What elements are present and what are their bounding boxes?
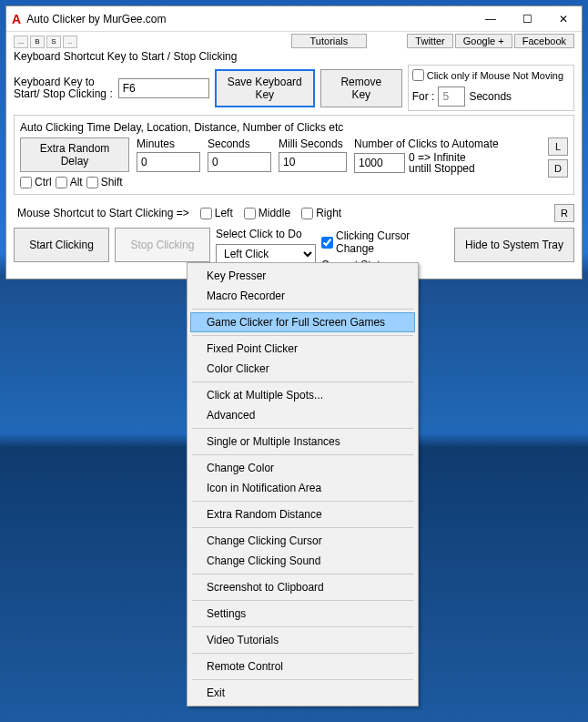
shortcut-label: Keyboard Key to Start/ Stop Clicking : <box>14 76 113 100</box>
menu-item[interactable]: Change Clicking Sound <box>190 551 415 571</box>
l-button[interactable]: L <box>548 137 568 156</box>
menu-item[interactable]: Advanced <box>190 405 415 425</box>
select-click-dropdown[interactable]: Left Click <box>216 244 316 264</box>
mouse-left-checkbox[interactable]: Left <box>200 207 233 219</box>
seconds-col-label: Seconds <box>208 137 271 150</box>
mouse-right-checkbox[interactable]: Right <box>301 207 341 219</box>
remove-key-button[interactable]: Remove Key <box>320 69 402 107</box>
minutes-label: Minutes <box>137 137 200 150</box>
seconds-label: Seconds <box>469 90 512 103</box>
menu-item[interactable]: Color Clicker <box>190 359 415 379</box>
d-button[interactable]: D <box>548 159 568 178</box>
menu-item[interactable]: Key Presser <box>190 266 415 286</box>
menu-item[interactable]: Settings <box>190 604 415 624</box>
menu-item[interactable]: Game Clicker for Full Screen Games <box>190 312 415 332</box>
close-button[interactable]: ✕ <box>545 8 582 30</box>
timing-heading: Auto Clicking Time Delay, Location, Dist… <box>20 121 568 134</box>
context-menu: Key PresserMacro RecorderGame Clicker fo… <box>187 262 419 707</box>
shortcut-label-line2: Start/ Stop Clicking : <box>14 88 113 100</box>
top-link-bar: Tutorials Twitter Google + Facebook <box>291 34 574 48</box>
menu-separator <box>192 335 413 336</box>
shift-checkbox[interactable]: Shift <box>86 176 123 188</box>
click-only-if-panel: Click only if Mouse Not Moving For : Sec… <box>408 65 574 111</box>
clicks-hint: 0 => Infinite untill Stopped <box>409 152 475 174</box>
menu-separator <box>192 600 413 601</box>
for-seconds-input <box>438 86 465 107</box>
app-window: A Auto Clicker by MurGee.com — ☐ ✕ Tutor… <box>5 5 583 280</box>
mouse-middle-checkbox[interactable]: Middle <box>244 207 290 219</box>
alt-label: Alt <box>70 176 83 188</box>
maximize-button[interactable]: ☐ <box>509 8 545 30</box>
cursor-change-checkbox[interactable]: Clicking Cursor Change <box>321 229 449 255</box>
click-only-if-label: Click only if Mouse Not Moving <box>427 70 563 81</box>
menu-item[interactable]: Remote Control <box>190 656 415 676</box>
app-icon: A <box>12 12 21 26</box>
shortcut-key-input[interactable] <box>118 78 209 98</box>
ctrl-checkbox[interactable]: Ctrl <box>20 176 52 188</box>
facebook-button[interactable]: Facebook <box>514 34 574 48</box>
r-button[interactable]: R <box>554 204 574 222</box>
shortcut-label-line1: Keyboard Key to <box>14 76 113 88</box>
clicks-label: Number of Clicks to Automate <box>354 137 541 150</box>
menu-separator <box>192 309 413 310</box>
menu-separator <box>192 501 413 502</box>
menu-item[interactable]: Fixed Point Clicker <box>190 339 415 359</box>
menu-separator <box>192 454 413 455</box>
menu-item[interactable]: Screenshot to Clipboard <box>190 577 415 597</box>
tiny-btn-4[interactable]: .. <box>63 36 77 48</box>
menu-item[interactable]: Change Clicking Cursor <box>190 531 415 551</box>
window-title: Auto Clicker by MurGee.com <box>26 13 472 25</box>
mouse-shortcut-label: Mouse Shortcut to Start Clicking => <box>17 207 189 219</box>
menu-item[interactable]: Exit <box>190 683 415 703</box>
select-click-label: Select Click to Do <box>216 228 316 240</box>
tiny-btn-2[interactable]: B <box>30 36 45 48</box>
menu-separator <box>192 653 413 654</box>
hide-to-tray-button[interactable]: Hide to System Tray <box>454 228 574 262</box>
menu-separator <box>192 626 413 627</box>
click-only-if-checkbox[interactable]: Click only if Mouse Not Moving <box>412 69 563 81</box>
menu-separator <box>192 574 413 575</box>
mouse-right-label: Right <box>316 207 341 219</box>
titlebar: A Auto Clicker by MurGee.com — ☐ ✕ <box>6 6 582 32</box>
tiny-btn-1[interactable]: ... <box>14 36 28 48</box>
save-keyboard-key-button[interactable]: Save Keyboard Key <box>215 69 315 107</box>
mouse-shortcut-row: Mouse Shortcut to Start Clicking => Left… <box>17 204 574 222</box>
menu-item[interactable]: Single or Multiple Instances <box>190 432 415 452</box>
menu-item[interactable]: Video Tutorials <box>190 630 415 650</box>
shortcut-row: Keyboard Key to Start/ Stop Clicking : S… <box>14 65 574 111</box>
clicks-input[interactable] <box>354 153 405 173</box>
menu-item[interactable]: Icon in Notification Area <box>190 478 415 498</box>
menu-item[interactable]: Click at Multiple Spots... <box>190 385 415 405</box>
shift-label: Shift <box>101 176 123 188</box>
twitter-button[interactable]: Twitter <box>407 34 452 48</box>
ctrl-label: Ctrl <box>35 176 52 188</box>
menu-item[interactable]: Extra Random Distance <box>190 504 415 524</box>
tutorials-button[interactable]: Tutorials <box>291 34 368 48</box>
hint-line2: untill Stopped <box>409 163 475 174</box>
minutes-input[interactable] <box>137 152 200 172</box>
menu-separator <box>192 679 413 680</box>
timing-group: Auto Clicking Time Delay, Location, Dist… <box>14 115 574 195</box>
alt-checkbox[interactable]: Alt <box>56 176 83 188</box>
extra-random-delay-button[interactable]: Extra Random Delay <box>20 137 129 172</box>
menu-item[interactable]: Change Color <box>190 458 415 478</box>
menu-separator <box>192 428 413 429</box>
menu-separator <box>192 527 413 528</box>
for-label: For : <box>412 90 435 103</box>
cursor-change-label: Clicking Cursor Change <box>336 229 449 255</box>
googleplus-button[interactable]: Google + <box>455 34 512 48</box>
mouse-left-label: Left <box>215 207 233 219</box>
tiny-btn-3[interactable]: S <box>46 36 61 48</box>
menu-separator <box>192 381 413 382</box>
milli-label: Milli Seconds <box>279 137 347 150</box>
seconds-input[interactable] <box>208 152 271 172</box>
start-clicking-button[interactable]: Start Clicking <box>14 228 109 262</box>
client-area: ... B S .. Keyboard Shortcut Key to Star… <box>6 32 582 279</box>
milli-input[interactable] <box>279 152 347 172</box>
shortcut-heading: Keyboard Shortcut Key to Start / Stop Cl… <box>14 50 574 63</box>
stop-clicking-button: Stop Clicking <box>115 228 210 262</box>
menu-item[interactable]: Macro Recorder <box>190 286 415 306</box>
minimize-button[interactable]: — <box>472 8 509 30</box>
mouse-middle-label: Middle <box>259 207 290 219</box>
